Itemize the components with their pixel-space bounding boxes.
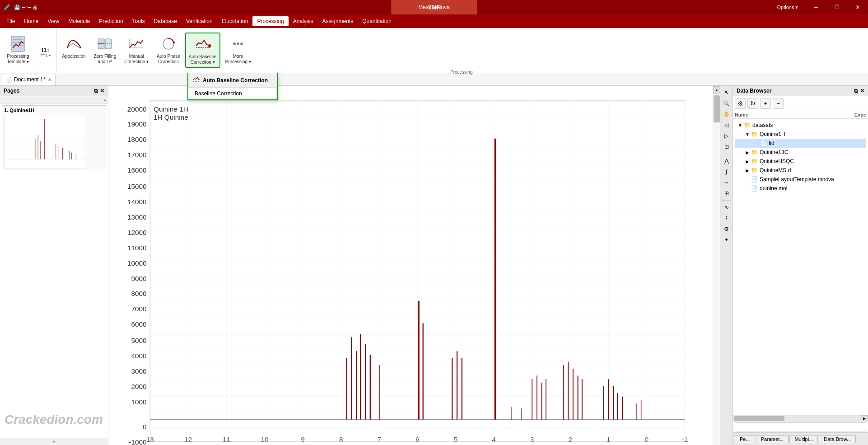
menu-database[interactable]: Database bbox=[149, 16, 182, 26]
db-refresh-btn[interactable]: ↻ bbox=[747, 98, 758, 109]
rt-grid-btn[interactable]: ⊞ bbox=[722, 188, 732, 198]
bottom-tab-paramet[interactable]: Paramet... bbox=[756, 435, 789, 443]
bottom-tab-multipl[interactable]: Multipl... bbox=[789, 435, 818, 443]
db-hscroll[interactable]: ▶ bbox=[733, 415, 868, 421]
close-btn[interactable]: ✕ bbox=[847, 0, 868, 14]
svg-text:6000: 6000 bbox=[131, 320, 146, 328]
menu-file[interactable]: File bbox=[2, 16, 19, 26]
title-bar: 🧪 💾 ↩ ↪ 🖨 NMR MestReNova Options ▾ ─ ❐ ✕ bbox=[0, 0, 868, 14]
quinineMS-folder-icon: 📁 bbox=[751, 167, 758, 173]
app-title: MestReNova bbox=[418, 4, 449, 10]
more-processing-btn[interactable]: MoreProcessing ▾ bbox=[222, 33, 254, 67]
tree-item-quinine1h[interactable]: ▼ 📁 Quinine1H bbox=[735, 130, 866, 139]
scroll-down-arrow[interactable]: ▼ bbox=[52, 440, 56, 444]
menu-home[interactable]: Home bbox=[19, 16, 43, 26]
dropdown-title: Auto Baseline Correction bbox=[203, 77, 268, 84]
app-icon: 🧪 bbox=[4, 4, 10, 10]
spectrum-vscroll[interactable]: ▲ ▼ ▾ ▴ bbox=[713, 86, 720, 445]
tree-item-quinineHSQC[interactable]: ▶ 📁 QuinineHSQC bbox=[735, 157, 866, 166]
auto-baseline-btn[interactable]: Auto BaselineCorrection ▾ bbox=[185, 33, 220, 68]
tree-item-sampleLayout[interactable]: ▶ 📄 SampleLayoutTemplate.mnova bbox=[735, 175, 866, 184]
tab-close-btn[interactable]: ✕ bbox=[48, 77, 51, 82]
svg-text:16000: 16000 bbox=[127, 166, 147, 174]
pages-panel-controls[interactable]: ⧉ ✕ bbox=[94, 88, 104, 94]
rt-measure-btn[interactable]: ↔ bbox=[722, 178, 732, 187]
db-header-controls[interactable]: ⧉ ✕ bbox=[854, 88, 864, 94]
rt-peak-btn[interactable]: ⋀ bbox=[722, 156, 732, 166]
rt-baseline-btn[interactable]: ⌇ bbox=[722, 213, 732, 223]
quinineHSQC-expand[interactable]: ▶ bbox=[744, 158, 751, 165]
scroll-up-arrow[interactable]: ▲ bbox=[103, 98, 107, 102]
menu-analysis[interactable]: Analysis bbox=[289, 16, 318, 26]
quinineMS-expand[interactable]: ▶ bbox=[744, 167, 751, 174]
rt-phase-btn[interactable]: ∿ bbox=[722, 202, 732, 212]
f1-btn[interactable]: f1↕ FT1 ▾ bbox=[37, 44, 55, 60]
db-add-btn[interactable]: + bbox=[760, 98, 771, 109]
options-btn[interactable]: Options ▾ bbox=[770, 0, 806, 14]
svg-point-13 bbox=[208, 44, 211, 47]
db-settings-btn[interactable]: ⚙ bbox=[735, 98, 746, 109]
pages-scroll-bottom: ▼ bbox=[0, 438, 108, 445]
processing-template-group-label bbox=[4, 69, 32, 71]
bottom-tab-databrow[interactable]: Data Brow... bbox=[819, 435, 856, 443]
page-item-1[interactable]: 1. Quinine1H bbox=[2, 105, 106, 171]
menu-view[interactable]: View bbox=[43, 16, 64, 26]
rt-back-btn[interactable]: ◁ bbox=[722, 120, 732, 130]
db-search-input[interactable] bbox=[735, 422, 866, 431]
manual-correction-btn[interactable]: ManualCorrection ▾ bbox=[121, 33, 152, 67]
db-hscroll-right[interactable]: ▶ bbox=[861, 415, 868, 422]
tree-item-quinineMS[interactable]: ▶ 📁 QuinineMS.d bbox=[735, 166, 866, 175]
pages-panel: Pages ⧉ ✕ ▲ 1. Quinine1H bbox=[0, 86, 108, 445]
menu-verification[interactable]: Verification bbox=[182, 16, 217, 26]
window-controls[interactable]: Options ▾ ─ ❐ ✕ bbox=[770, 0, 868, 14]
tree-item-quinemol[interactable]: ▶ 📄 quinine.mol bbox=[735, 184, 866, 193]
quinine13c-expand[interactable]: ▶ bbox=[744, 149, 751, 156]
menu-tools[interactable]: Tools bbox=[128, 16, 149, 26]
rt-fwd-btn[interactable]: ▷ bbox=[722, 131, 732, 141]
quinine1h-expand[interactable]: ▼ bbox=[744, 131, 751, 138]
svg-text:13000: 13000 bbox=[127, 213, 147, 221]
bottom-tab-pe[interactable]: Pe... bbox=[735, 435, 755, 443]
pages-panel-undock[interactable]: ⧉ bbox=[94, 88, 98, 94]
tree-item-quinine13c[interactable]: ▶ 📁 Quinine13C bbox=[735, 148, 866, 157]
db-remove-btn[interactable]: − bbox=[773, 98, 784, 109]
rt-fit-btn[interactable]: ⊡ bbox=[722, 142, 732, 152]
spectrum-main: 0 1000 2000 3000 4000 5000 6000 7000 800… bbox=[108, 86, 720, 445]
processing-template-btn[interactable]: ProcessingTemplate ▾ bbox=[4, 33, 32, 67]
svg-rect-5 bbox=[105, 39, 112, 49]
rt-cursor-btn[interactable]: ↖ bbox=[722, 88, 732, 98]
svg-marker-11 bbox=[173, 42, 175, 44]
rt-nav-btn[interactable]: ✋ bbox=[722, 109, 732, 119]
svg-text:8000: 8000 bbox=[131, 290, 146, 297]
fid-file-icon: 📄 bbox=[760, 140, 767, 146]
tree-item-datasets[interactable]: ▼ 📁 datasets bbox=[735, 121, 866, 130]
rt-zoom-btn[interactable]: 🔍 bbox=[722, 98, 732, 108]
rt-integral-btn[interactable]: ∫ bbox=[722, 167, 732, 177]
auto-phase-btn[interactable]: Auto PhaseCorrection bbox=[154, 33, 183, 67]
menu-quantitation[interactable]: Quantitation bbox=[358, 16, 396, 26]
scroll-thumb[interactable] bbox=[714, 95, 720, 122]
menu-assignments[interactable]: Assignments bbox=[317, 16, 358, 26]
rt-extra-btn[interactable]: + bbox=[722, 235, 732, 245]
db-undock-btn[interactable]: ⧉ bbox=[854, 88, 858, 94]
menu-elucidation[interactable]: Elucidation bbox=[217, 16, 253, 26]
svg-text:11000: 11000 bbox=[127, 244, 147, 252]
menu-prediction[interactable]: Prediction bbox=[94, 16, 127, 26]
db-close-btn[interactable]: ✕ bbox=[860, 88, 864, 94]
minimize-btn[interactable]: ─ bbox=[806, 0, 826, 14]
datasets-folder-icon: 📁 bbox=[744, 122, 751, 128]
zero-filling-btn[interactable]: Zero Fillingand LP bbox=[91, 33, 119, 67]
tab-document1[interactable]: 📄 Document 1* ✕ bbox=[2, 74, 56, 85]
maximize-btn[interactable]: ❐ bbox=[826, 0, 847, 14]
rt-separator2 bbox=[722, 200, 731, 201]
rt-process-btn[interactable]: ⚙ bbox=[722, 224, 732, 234]
menu-molecule[interactable]: Molecule bbox=[64, 16, 94, 26]
tree-item-fid[interactable]: ▶ 📄 fid bbox=[735, 139, 866, 148]
menu-processing[interactable]: Processing bbox=[252, 16, 288, 26]
dropdown-item-baseline[interactable]: Baseline Correction bbox=[188, 88, 277, 99]
datasets-expand[interactable]: ▼ bbox=[737, 122, 744, 129]
apodization-btn[interactable]: Apodization bbox=[59, 33, 89, 61]
scroll-up-btn[interactable]: ▲ bbox=[713, 86, 720, 94]
pages-title: Pages bbox=[4, 88, 19, 94]
pages-panel-close[interactable]: ✕ bbox=[100, 88, 104, 94]
